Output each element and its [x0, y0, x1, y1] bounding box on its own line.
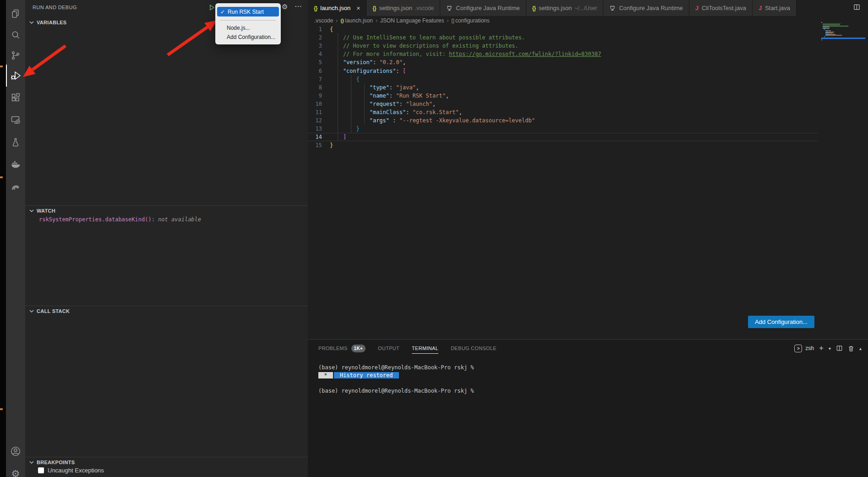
menu-item-run-rsk-start[interactable]: ✓ Run RSK Start	[217, 7, 279, 16]
kill-terminal-trash-icon[interactable]	[848, 345, 854, 352]
tab-settings-json[interactable]: {}settings.json.vscode	[366, 0, 440, 16]
terminal-line	[318, 379, 859, 387]
editor-area: {}launch.json×{}settings.json.vscodeConf…	[308, 0, 868, 339]
code-line-13[interactable]: 13 }	[308, 125, 818, 133]
line-content: }	[330, 142, 333, 148]
terminal-shell-icon: >	[794, 345, 802, 352]
tab-bar-space	[797, 0, 868, 16]
line-content: "type": "java",	[330, 84, 419, 91]
split-editor-icon[interactable]	[853, 4, 861, 12]
panel-tab-terminal[interactable]: TERMINAL	[412, 345, 438, 351]
minimap-line	[821, 36, 865, 37]
run-and-debug-sidebar: RUN AND DEBUG ⚙ ⋯ VARIABLES WATCH rskSys…	[25, 0, 308, 477]
line-number: 6	[308, 68, 330, 74]
tab-configure-java-runtime[interactable]: Configure Java Runtime	[440, 0, 526, 16]
section-breakpoints[interactable]: BREAKPOINTS	[25, 457, 308, 467]
split-terminal-icon[interactable]	[836, 345, 843, 351]
line-content: // Use IntelliSense to learn about possi…	[330, 34, 525, 41]
code-editor[interactable]: 1{2 // Use IntelliSense to learn about p…	[308, 25, 818, 149]
java-file-icon: J	[695, 5, 699, 11]
code-line-8[interactable]: 8 "type": "java",	[308, 83, 818, 92]
terminal-content[interactable]: (base) reynoldmorel@Reynolds-MacBook-Pro…	[318, 364, 859, 395]
line-content: "mainClass": "co.rsk.Start",	[330, 109, 462, 115]
background-window-mark	[0, 408, 3, 410]
new-terminal-icon[interactable]: +	[819, 344, 824, 353]
sidebar-title: RUN AND DEBUG	[33, 5, 77, 10]
code-line-9[interactable]: 9 "name": "Run RSK Start",	[308, 92, 818, 100]
breadcrumb-item-configurations[interactable]: [ ] configurations	[451, 17, 489, 24]
search-icon[interactable]	[6, 24, 25, 46]
activity-bar: ⚙	[6, 0, 25, 477]
line-content: {	[330, 26, 333, 33]
code-line-4[interactable]: 4 // For more information, visit: https:…	[308, 50, 818, 58]
chevron-down-icon	[28, 459, 35, 466]
extensions-icon[interactable]	[6, 87, 25, 109]
line-content: {	[330, 76, 360, 82]
breakpoint-uncaught-exceptions[interactable]: Uncaught Exceptions	[38, 467, 104, 474]
code-line-1[interactable]: 1{	[308, 25, 818, 33]
debug-settings-gear-icon[interactable]: ⚙	[282, 3, 288, 11]
line-number: 3	[308, 43, 330, 49]
tab-launch-json[interactable]: {}launch.json×	[308, 0, 366, 16]
code-line-15[interactable]: 15}	[308, 141, 818, 149]
watch-expression-row[interactable]: rskSystemProperties.databaseKind(): not …	[39, 216, 201, 223]
panel-actions: > zsh + ▾ ▴	[794, 342, 862, 354]
menu-item-nodejs[interactable]: Node.js...	[215, 23, 281, 33]
minimap[interactable]	[821, 22, 865, 40]
section-watch[interactable]: WATCH	[25, 205, 308, 215]
panel-tab-problems[interactable]: PROBLEMS1K+	[318, 345, 366, 352]
accounts-icon[interactable]	[6, 440, 25, 462]
tab-clitoolstest-java[interactable]: JCliToolsTest.java	[689, 0, 753, 16]
settings-gear-icon[interactable]: ⚙	[6, 462, 25, 477]
line-content: ]	[330, 134, 346, 140]
json-file-icon: {}	[372, 5, 376, 11]
docker-icon[interactable]	[6, 154, 25, 175]
panel-tab-output[interactable]: OUTPUT	[378, 345, 399, 351]
line-number: 9	[308, 93, 330, 99]
code-line-12[interactable]: 12 "args" : "--regtest -Xkeyvalue.dataso…	[308, 116, 818, 125]
source-control-icon[interactable]	[6, 44, 25, 66]
code-line-10[interactable]: 10 "request": "launch",	[308, 100, 818, 108]
close-tab-icon[interactable]: ×	[356, 5, 360, 12]
editor-tab-bar: {}launch.json×{}settings.json.vscodeConf…	[308, 0, 868, 16]
history-star-chip: *	[318, 372, 333, 378]
problems-count-badge: 1K+	[351, 345, 366, 352]
breakpoint-checkbox[interactable]	[38, 467, 44, 473]
views-more-actions-icon[interactable]: ⋯	[295, 2, 302, 11]
breadcrumb-item-vscode[interactable]: .vscode	[314, 17, 333, 24]
add-configuration-button[interactable]: Add Configuration...	[748, 316, 814, 328]
line-number: 5	[308, 59, 330, 66]
section-call-stack[interactable]: CALL STACK	[25, 306, 308, 316]
watch-expression: rskSystemProperties.databaseKind():	[39, 216, 155, 223]
code-line-7[interactable]: 7 {	[308, 75, 818, 83]
testing-icon[interactable]	[6, 132, 25, 154]
line-number: 14	[308, 134, 330, 140]
code-line-3[interactable]: 3 // Hover to view descriptions of exist…	[308, 42, 818, 50]
remote-explorer-icon[interactable]	[6, 109, 25, 131]
java-file-icon: J	[759, 5, 762, 11]
code-line-5[interactable]: 5 "version": "0.2.0",	[308, 58, 818, 66]
tab-start-java[interactable]: JStart.java	[753, 0, 797, 16]
code-line-14[interactable]: 14 ]	[308, 133, 818, 141]
code-line-11[interactable]: 11 "mainClass": "co.rsk.Start",	[308, 108, 818, 116]
line-content: "name": "Run RSK Start",	[330, 93, 449, 99]
gradle-icon[interactable]	[6, 176, 25, 198]
menu-item-add-configuration[interactable]: Add Configuration...	[215, 33, 281, 42]
tab-configure-java-runtime[interactable]: Configure Java Runtime	[603, 0, 689, 16]
line-number: 2	[308, 34, 330, 41]
breadcrumb-item-launch-json[interactable]: {} launch.json	[340, 17, 373, 24]
breadcrumb-item-json-language-features[interactable]: JSON Language Features	[380, 17, 444, 24]
run-and-debug-icon[interactable]	[6, 65, 25, 87]
terminal-dropdown-chevron-icon[interactable]: ▾	[829, 346, 831, 351]
line-content: "version": "0.2.0",	[330, 59, 406, 66]
tab-settings-json[interactable]: {}settings.json~/.../User	[526, 0, 604, 16]
maximize-panel-chevron-icon[interactable]: ▴	[859, 346, 862, 351]
debug-start-icon[interactable]	[208, 4, 215, 13]
json-file-icon: {}	[340, 18, 344, 23]
code-line-2[interactable]: 2 // Use IntelliSense to learn about pos…	[308, 33, 818, 42]
panel-tab-bar: PROBLEMS1K+OUTPUTTERMINALDEBUG CONSOLE	[308, 340, 749, 357]
panel-tab-debug-console[interactable]: DEBUG CONSOLE	[451, 345, 497, 351]
chevron-down-icon	[28, 207, 35, 214]
explorer-icon[interactable]	[6, 3, 25, 25]
code-line-6[interactable]: 6 "configurations": [	[308, 66, 818, 75]
